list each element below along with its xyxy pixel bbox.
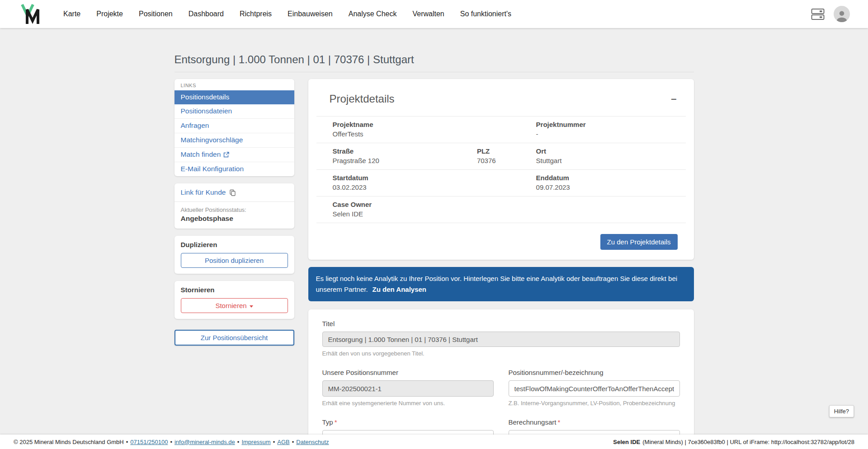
- alert-text: Es liegt noch keine Analytik zu Ihrer Po…: [316, 275, 678, 293]
- navbar-right: [811, 6, 850, 22]
- separator: •: [126, 439, 128, 445]
- customer-link-card: Link für Kunde Aktueller Positionsstatus…: [175, 183, 294, 229]
- position-overview-button[interactable]: Zur Positionsübersicht: [175, 330, 294, 346]
- customer-link-label: Link für Kunde: [181, 188, 226, 196]
- customer-link[interactable]: Link für Kunde: [181, 188, 288, 196]
- go-to-analyses-link[interactable]: Zu den Analysen: [373, 285, 426, 293]
- our-position-number-input: [322, 380, 494, 397]
- help-button[interactable]: Hilfe?: [829, 405, 854, 417]
- sidebar-item-positionsdetails[interactable]: Positionsdetails: [175, 90, 294, 104]
- links-header: LINKS: [175, 79, 294, 90]
- project-details-title: Projektdetails: [330, 93, 395, 105]
- separator: •: [170, 439, 172, 445]
- impressum-link[interactable]: Impressum: [241, 439, 270, 445]
- separator: •: [237, 439, 240, 445]
- divider: [175, 201, 294, 202]
- analytics-alert: Es liegt noch keine Analytik zu Ihrer Po…: [308, 267, 694, 301]
- field-value: Stuttgart: [536, 157, 686, 164]
- field-projektname: Projektname OfferTests: [316, 121, 477, 138]
- copyright-text: © 2025 Mineral Minds Deutschland GmbH: [14, 439, 124, 445]
- page-content: Entsorgung | 1.000 Tonnen | 01 | 70376 |…: [175, 28, 694, 449]
- nav-item-so-funktionierts[interactable]: So funktioniert's: [460, 10, 511, 18]
- nav-item-analyse-check[interactable]: Analyse Check: [349, 10, 397, 18]
- table-row: Straße Pragstraße 120 PLZ 70376 Ort Stut…: [316, 143, 686, 170]
- cancel-dropdown-button[interactable]: Stornieren: [181, 298, 288, 313]
- sidebar-item-email-konfiguration[interactable]: E-Mail Konfiguration: [175, 162, 294, 176]
- cancel-header: Stornieren: [181, 286, 288, 294]
- duplicate-position-button[interactable]: Position duplizieren: [181, 253, 288, 268]
- footer-right: Selen IDE (Mineral Minds) | 7ce360e83fb0…: [613, 439, 854, 445]
- main-nav: Karte Projekte Positionen Dashboard Rich…: [63, 10, 511, 18]
- external-link-icon: [223, 152, 229, 158]
- nav-item-richtpreis[interactable]: Richtpreis: [240, 10, 272, 18]
- collapse-minus-icon[interactable]: –: [671, 96, 676, 102]
- page-title: Entsorgung | 1.000 Tonnen | 01 | 70376 |…: [175, 53, 694, 66]
- nav-item-karte[interactable]: Karte: [63, 10, 80, 18]
- field-label: Enddatum: [536, 174, 686, 182]
- typ-label-text: Typ: [322, 418, 333, 426]
- field-value: -: [536, 130, 686, 138]
- sidebar-item-anfragen[interactable]: Anfragen: [175, 119, 294, 133]
- user-avatar-icon[interactable]: [834, 6, 850, 22]
- nav-item-verwalten[interactable]: Verwalten: [412, 10, 444, 18]
- field-value: 03.02.2023: [333, 183, 477, 191]
- field-label: PLZ: [477, 147, 536, 155]
- field-value: Selen IDE: [333, 210, 477, 218]
- main-column: Projektdetails – Projektname OfferTests …: [308, 79, 694, 449]
- sidebar-links-card: LINKS Positionsdetails Positionsdateien …: [175, 79, 294, 176]
- field-ort: Ort Stuttgart: [536, 147, 686, 164]
- field-case-owner: Case Owner Selen IDE: [316, 201, 477, 218]
- email-link[interactable]: info@mineral-minds.de: [175, 439, 235, 445]
- sidebar-item-label: Anfragen: [181, 122, 209, 130]
- duplicate-header: Duplizieren: [181, 241, 288, 248]
- sidebar-item-label: Positionsdetails: [181, 93, 230, 101]
- project-details-table: Projektname OfferTests Projektnummer - S…: [316, 116, 686, 223]
- mineral-minds-logo-icon[interactable]: [21, 4, 40, 24]
- sidebar-item-match-finden[interactable]: Match finden: [175, 148, 294, 162]
- field-label: Projektname: [333, 121, 477, 128]
- field-strasse: Straße Pragstraße 120: [316, 147, 477, 164]
- our-position-number-label: Unsere Positionsnummer: [322, 369, 494, 376]
- field-plz: PLZ 70376: [477, 147, 536, 164]
- position-number-input[interactable]: [509, 380, 680, 397]
- our-position-number-group: Unsere Positionsnummer Erhält eine syste…: [322, 369, 494, 407]
- berechnungsart-label-text: Berechnungsart: [509, 418, 557, 426]
- sidebar-item-label: Match finden: [181, 150, 221, 159]
- position-number-group: Positionsnummer/-bezeichnung Z.B. Intern…: [509, 369, 680, 407]
- position-number-helper: Z.B. Interne-Vorgangsnummer, LV-Position…: [509, 400, 680, 407]
- position-status-label: Aktueller Positionsstatus:: [181, 206, 288, 213]
- table-row: Startdatum 03.02.2023 Enddatum 09.07.202…: [316, 170, 686, 196]
- windows-stack-icon[interactable]: [811, 8, 825, 20]
- position-status-value: Angebotsphase: [181, 215, 288, 223]
- nav-item-projekte[interactable]: Projekte: [96, 10, 123, 18]
- field-value: 09.07.2023: [536, 183, 686, 191]
- sidebar: LINKS Positionsdetails Positionsdateien …: [175, 79, 294, 346]
- typ-label: Typ*: [322, 418, 494, 426]
- required-asterisk: *: [557, 418, 560, 426]
- titel-group: Titel Erhält den von uns vorgegebenen Ti…: [322, 320, 680, 357]
- duplicate-card: Duplizieren Position duplizieren: [175, 236, 294, 274]
- nav-item-einbauweisen[interactable]: Einbauweisen: [288, 10, 333, 18]
- sidebar-item-label: Matchingvorschläge: [181, 136, 243, 144]
- sidebar-item-positionsdateien[interactable]: Positionsdateien: [175, 104, 294, 119]
- go-to-project-details-button[interactable]: Zu den Projektdetails: [600, 234, 678, 250]
- titel-label: Titel: [322, 320, 680, 327]
- field-label: Case Owner: [333, 201, 477, 208]
- agb-link[interactable]: AGB: [277, 439, 289, 445]
- table-row: Case Owner Selen IDE: [316, 196, 686, 223]
- datenschutz-link[interactable]: Datenschutz: [296, 439, 329, 445]
- chevron-down-icon: [250, 305, 253, 308]
- field-value: Pragstraße 120: [333, 157, 477, 164]
- field-label: Straße: [333, 147, 477, 155]
- nav-item-positionen[interactable]: Positionen: [139, 10, 173, 18]
- nav-item-dashboard[interactable]: Dashboard: [189, 10, 224, 18]
- cancel-button-label: Stornieren: [215, 302, 246, 309]
- field-label: Ort: [536, 147, 686, 155]
- field-value: 70376: [477, 157, 536, 164]
- sidebar-item-matchingvorschlaege[interactable]: Matchingvorschläge: [175, 133, 294, 148]
- titel-input: [322, 332, 680, 347]
- session-info-text: (Mineral Minds) | 7ce360e83fb0 | URL of …: [642, 439, 854, 445]
- our-position-number-helper: Erhält eine systemgenerierte Nummer von …: [322, 400, 494, 407]
- field-projektnummer: Projektnummer -: [536, 121, 686, 138]
- phone-link[interactable]: 07151/250100: [130, 439, 168, 445]
